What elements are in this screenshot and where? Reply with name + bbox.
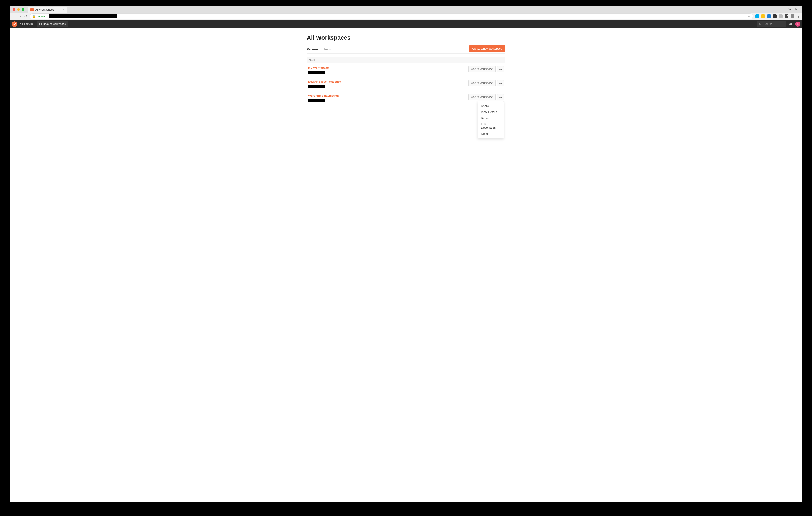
redacted-text [308, 99, 311, 102]
table-header-name: NAME [307, 57, 311, 63]
browser-toolbar: ← → ⟳ 🔒 Secure | ☆ ⋮ [9, 13, 311, 20]
tab-strip: All Workspaces × BeLinda [9, 6, 311, 13]
back-to-workspace-button[interactable]: Back to workspace [37, 21, 68, 27]
browser-window: All Workspaces × BeLinda ← → ⟳ 🔒 Secure … [9, 6, 311, 198]
redacted-text [308, 71, 311, 74]
browser-tab-title: All Workspaces [35, 8, 54, 11]
browser-chrome: All Workspaces × BeLinda ← → ⟳ 🔒 Secure … [9, 6, 311, 20]
close-window-button[interactable] [13, 8, 16, 11]
workspace-row: Neutrino level detection Add to workspac… [307, 77, 311, 91]
brand-text: POSTMAN [20, 23, 33, 25]
workspace-name-link[interactable]: Neutrino level detection [308, 80, 311, 83]
workspace-info: Neutrino level detection [308, 80, 311, 88]
workspace-row: My Workspace Add to workspace ••• [307, 63, 311, 77]
workspace-info: Warp drive navigation [308, 94, 311, 102]
grid-icon [39, 23, 42, 25]
favicon-icon [30, 8, 33, 11]
browser-tab[interactable]: All Workspaces × [28, 7, 67, 13]
app-header: POSTMAN Back to workspace Search B [9, 20, 311, 28]
workspace-info: My Workspace [308, 66, 311, 74]
tabs: Personal Team [307, 46, 311, 53]
forward-icon[interactable]: → [18, 14, 22, 18]
minimize-window-button[interactable] [17, 8, 20, 11]
nav-buttons: ← → ⟳ [12, 14, 27, 18]
workspace-name-link[interactable]: Warp drive navigation [308, 94, 311, 97]
tabs-row: Personal Team Create a new workspace [307, 45, 311, 54]
maximize-window-button[interactable] [22, 8, 25, 11]
page-title: All Workspaces [307, 34, 311, 41]
postman-logo-icon[interactable] [12, 21, 17, 27]
workspace-name-link[interactable]: My Workspace [308, 66, 311, 69]
close-tab-button[interactable]: × [62, 8, 64, 11]
secure-label: Secure [36, 15, 45, 18]
tab-personal[interactable]: Personal [307, 46, 311, 54]
secure-indicator: 🔒 Secure [32, 15, 45, 18]
redacted-text [308, 85, 311, 88]
url-redacted [49, 14, 117, 18]
container: All Workspaces Personal Team Create a ne… [307, 28, 311, 105]
address-bar[interactable]: 🔒 Secure | ☆ [30, 13, 311, 19]
lock-icon: 🔒 [32, 15, 35, 18]
back-to-workspace-label: Back to workspace [43, 23, 66, 26]
content-area: All Workspaces Personal Team Create a ne… [9, 28, 311, 198]
window-controls [11, 6, 27, 12]
reload-icon[interactable]: ⟳ [25, 14, 27, 18]
back-icon[interactable]: ← [12, 14, 16, 18]
workspace-row: Warp drive navigation Add to workspace •… [307, 91, 311, 105]
